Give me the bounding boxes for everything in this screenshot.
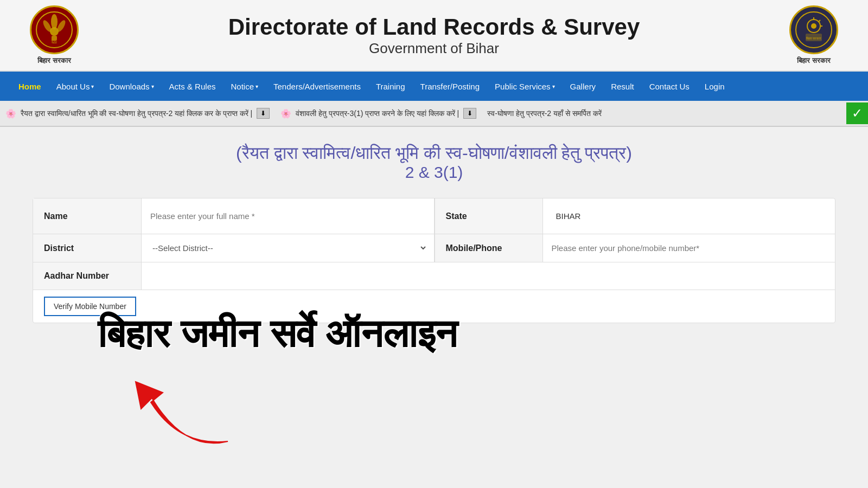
nav-gallery[interactable]: Gallery bbox=[563, 72, 604, 101]
logo-left-label: बिहार सरकार bbox=[37, 56, 71, 65]
nav-acts-rules[interactable]: Acts & Rules bbox=[162, 72, 224, 101]
download-btn-2[interactable]: ⬇ bbox=[463, 108, 476, 119]
svg-point-1 bbox=[51, 14, 58, 29]
svg-point-7 bbox=[796, 12, 832, 48]
logo-left: सत्यमेव बिहार सरकार bbox=[22, 5, 87, 65]
nav-downloads[interactable]: Downloads ▾ bbox=[101, 72, 161, 101]
nav-transfer[interactable]: Transfer/Posting bbox=[413, 72, 488, 101]
main-content: (रैयत द्वारा स्वामित्व/धारित भूमि की स्व… bbox=[0, 127, 868, 452]
name-input[interactable] bbox=[148, 207, 427, 225]
flower-icon-2: 🌸 bbox=[280, 108, 291, 119]
mobile-label: Mobile/Phone bbox=[435, 234, 543, 262]
ticker-item-1: 🌸 रैयत द्वारा स्वामित्व/धारित भूमि की स्… bbox=[5, 108, 270, 119]
state-label: State bbox=[435, 198, 543, 234]
ticker-bar: 🌸 रैयत द्वारा स्वामित्व/धारित भूमि की स्… bbox=[0, 101, 868, 127]
verify-mobile-button[interactable]: Verify Mobile Number bbox=[44, 297, 136, 316]
mobile-input-cell bbox=[543, 234, 835, 262]
district-input-cell: --Select District-- bbox=[142, 234, 435, 262]
logo-right: बिहार सरकार बिहार सरकार bbox=[781, 5, 846, 65]
ticker-content: 🌸 रैयत द्वारा स्वामित्व/धारित भूमि की स्… bbox=[0, 108, 846, 119]
svg-point-9 bbox=[811, 23, 816, 29]
nav-result[interactable]: Result bbox=[603, 72, 642, 101]
page-title: (रैयत द्वारा स्वामित्व/धारित भूमि की स्व… bbox=[33, 143, 835, 182]
nav-public-services[interactable]: Public Services ▾ bbox=[487, 72, 563, 101]
page-subtitle: 2 & 3(1) bbox=[33, 163, 835, 182]
chevron-down-icon: ▾ bbox=[552, 84, 555, 89]
form-row-name-state: Name State BIHAR bbox=[33, 198, 835, 234]
hindi-page-title: (रैयत द्वारा स्वामित्व/धारित भूमि की स्व… bbox=[33, 143, 835, 163]
form-row-verify: Verify Mobile Number bbox=[33, 290, 835, 323]
ticker-item-3: स्व-घोषणा हेतु प्रपत्र-2 यहाँ से समर्पित… bbox=[487, 109, 601, 118]
nav-about-us[interactable]: About Us ▾ bbox=[49, 72, 102, 101]
chevron-down-icon: ▾ bbox=[151, 84, 154, 89]
aadhar-label: Aadhar Number bbox=[33, 262, 142, 290]
ticker-item-2: 🌸 वंशावली हेतु प्रपत्र-3(1) प्राप्त करने… bbox=[280, 108, 476, 119]
download-btn-1[interactable]: ⬇ bbox=[257, 108, 270, 119]
svg-text:सत्यमेव: सत्यमेव bbox=[49, 40, 60, 44]
nav-contact-us[interactable]: Contact Us bbox=[642, 72, 697, 101]
red-arrow-icon bbox=[119, 355, 260, 463]
header: सत्यमेव बिहार सरकार Directorate of Land … bbox=[0, 0, 868, 72]
district-label: District bbox=[33, 234, 142, 262]
nav-tenders[interactable]: Tenders/Advertisements bbox=[266, 72, 368, 101]
logo-left-emblem: सत्यमेव bbox=[30, 5, 79, 54]
logo-right-label: बिहार सरकार bbox=[797, 56, 831, 65]
flower-icon-1: 🌸 bbox=[5, 108, 16, 119]
navbar: Home About Us ▾ Downloads ▾ Acts & Rules… bbox=[0, 72, 868, 101]
nav-notice[interactable]: Notice ▾ bbox=[223, 72, 266, 101]
nav-training[interactable]: Training bbox=[368, 72, 413, 101]
ticker-check-icon[interactable]: ✓ bbox=[846, 102, 868, 124]
nav-home[interactable]: Home bbox=[11, 72, 49, 101]
header-center: Directorate of Land Records & Survey Gov… bbox=[87, 14, 781, 57]
form-card: Name State BIHAR District --Select Distr… bbox=[33, 198, 835, 323]
name-label: Name bbox=[33, 198, 142, 234]
state-value: BIHAR bbox=[550, 203, 588, 229]
site-title: Directorate of Land Records & Survey bbox=[87, 14, 781, 40]
site-subtitle: Government of Bihar bbox=[87, 40, 781, 57]
chevron-down-icon: ▾ bbox=[256, 84, 258, 89]
district-select[interactable]: --Select District-- bbox=[148, 239, 427, 258]
chevron-down-icon: ▾ bbox=[91, 84, 94, 89]
form-row-district-mobile: District --Select District-- Mobile/Phon… bbox=[33, 234, 835, 262]
form-row-aadhar: Aadhar Number bbox=[33, 262, 835, 290]
logo-right-emblem: बिहार सरकार bbox=[789, 5, 838, 54]
nav-login[interactable]: Login bbox=[697, 72, 732, 101]
aadhar-input-cell bbox=[142, 262, 835, 290]
mobile-input[interactable] bbox=[550, 239, 829, 257]
name-input-cell bbox=[142, 198, 435, 234]
state-value-cell: BIHAR bbox=[543, 198, 835, 234]
svg-text:बिहार सरकार: बिहार सरकार bbox=[806, 36, 822, 40]
arrow-annotation bbox=[119, 355, 260, 465]
svg-point-4 bbox=[50, 27, 59, 36]
aadhar-input[interactable] bbox=[148, 267, 454, 285]
